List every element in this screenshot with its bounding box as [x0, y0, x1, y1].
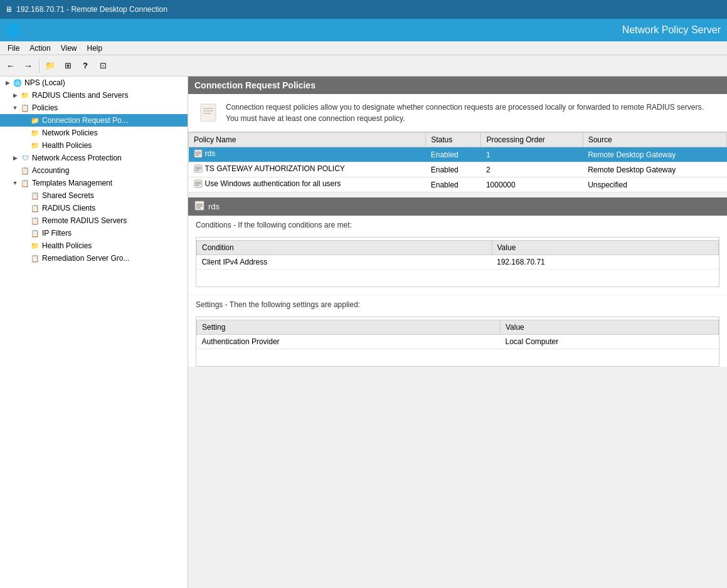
app-header: 🌐 Network Policy Server	[0, 19, 727, 41]
toolbar-grid[interactable]: ⊞	[60, 58, 76, 74]
title-bar: 🖥 192.168.70.71 - Remote Desktop Connect…	[0, 0, 727, 19]
detail-header-icon	[194, 201, 204, 213]
info-panel: Connection request policies allow you to…	[188, 94, 727, 132]
sidebar-item-network-policies[interactable]: 📁 Network Policies	[0, 127, 188, 139]
table-row[interactable]: Use Windows authentication for all users…	[189, 177, 727, 192]
conditions-label: Conditions - If the following conditions…	[188, 216, 727, 234]
detail-header: rds	[188, 197, 727, 216]
health-icon: 📁	[30, 241, 40, 251]
expand-icon: ▼	[10, 103, 20, 113]
expand-icon	[20, 128, 30, 138]
sidebar-item-templates[interactable]: ▼ 📋 Templates Management	[0, 177, 188, 189]
svg-rect-17	[196, 204, 203, 205]
table-row: Client IPv4 Address 192.168.70.71	[197, 255, 719, 270]
cond-col-value: Value	[492, 241, 719, 255]
app-header-icon: 🌐	[6, 23, 20, 37]
sidebar-item-remote-radius[interactable]: 📋 Remote RADIUS Servers	[0, 214, 188, 227]
toolbar-forward[interactable]: →	[20, 58, 36, 74]
sidebar-label-remediation: Remediation Server Gro...	[42, 254, 129, 263]
section-title: Connection Request Policies	[194, 80, 316, 90]
setting-name: Authentication Provider	[197, 335, 501, 349]
col-header-source: Source	[583, 133, 726, 147]
expand-icon	[10, 165, 20, 176]
menu-action[interactable]: Action	[24, 43, 55, 54]
info-icon	[198, 102, 218, 122]
svg-rect-18	[196, 206, 203, 207]
sidebar-item-nap[interactable]: ▶ 🛡 Network Access Protection	[0, 152, 188, 164]
main-layout: ▶ 🌐 NPS (Local) ▶ 📁 RADIUS Clients and S…	[0, 76, 727, 588]
policy-status: Enabled	[426, 147, 481, 162]
col-header-status: Status	[426, 133, 481, 147]
svg-rect-14	[195, 184, 201, 184]
content-area: Connection Request Policies Connection r…	[188, 76, 727, 588]
sidebar-item-policies[interactable]: ▼ 📋 Policies	[0, 102, 188, 114]
toolbar-view[interactable]: ⊡	[95, 58, 111, 74]
sidebar-label-connection: Connection Request Po...	[42, 116, 128, 125]
expand-icon: ▼	[10, 178, 20, 188]
policy-table: Policy Name Status Processing Order Sour…	[188, 132, 727, 192]
sidebar-item-ip-filters[interactable]: 📋 IP Filters	[0, 227, 188, 239]
sidebar-label-secrets: Shared Secrets	[42, 191, 94, 200]
toolbar: ← → 📁 ⊞ ? ⊡	[0, 55, 727, 76]
nps-icon: 🌐	[13, 78, 23, 88]
policy-name: TS GATEWAY AUTHORIZATION POLICY	[189, 162, 426, 177]
expand-icon	[20, 228, 30, 238]
sidebar-label-health-tmpl: Health Policies	[42, 241, 92, 250]
sidebar-label-radius: RADIUS Clients and Servers	[32, 91, 128, 100]
sidebar-item-radius-clients-tmpl[interactable]: 📋 RADIUS Clients	[0, 202, 188, 214]
sidebar-item-accounting[interactable]: 📋 Accounting	[0, 164, 188, 177]
toolbar-folder[interactable]: 📁	[42, 58, 58, 74]
folder-icon: 📁	[30, 128, 40, 138]
menu-help[interactable]: Help	[82, 43, 108, 54]
secrets-icon: 📋	[30, 191, 40, 201]
policy-source: Remote Desktop Gateway	[583, 162, 726, 177]
svg-rect-11	[195, 170, 199, 171]
detail-section: rds Conditions - If the following condit…	[188, 197, 727, 367]
title-bar-icon: 🖥	[5, 5, 13, 14]
expand-icon: ▶	[10, 153, 20, 163]
svg-rect-9	[195, 167, 201, 167]
policies-icon: 📋	[20, 103, 30, 113]
policy-name: rds	[189, 147, 426, 162]
expand-icon	[20, 241, 30, 251]
toolbar-back[interactable]: ←	[3, 58, 19, 74]
expand-icon	[20, 216, 30, 226]
table-row[interactable]: TS GATEWAY AUTHORIZATION POLICY Enabled …	[189, 162, 727, 177]
svg-rect-6	[195, 154, 201, 154]
app-header-title: Network Policy Server	[25, 24, 721, 36]
sidebar-item-health-policies[interactable]: 📁 Health Policies	[0, 139, 188, 152]
folder-icon: 📁	[30, 115, 40, 125]
svg-rect-2	[203, 110, 213, 112]
sidebar-label-nps: NPS (Local)	[24, 78, 65, 87]
sidebar-item-radius-clients[interactable]: ▶ 📁 RADIUS Clients and Servers	[0, 89, 188, 102]
expand-icon	[20, 191, 30, 201]
svg-rect-3	[203, 113, 211, 114]
toolbar-help[interactable]: ?	[77, 58, 93, 74]
sidebar-label-policies: Policies	[32, 103, 58, 112]
table-row[interactable]: rds Enabled 1 Remote Desktop Gateway	[189, 147, 727, 162]
set-col-setting: Setting	[197, 320, 501, 335]
policy-name: Use Windows authentication for all users	[189, 177, 426, 192]
sidebar-label-nap: Network Access Protection	[32, 154, 122, 162]
policy-status: Enabled	[426, 177, 481, 192]
svg-rect-10	[195, 169, 201, 169]
menu-file[interactable]: File	[3, 43, 24, 54]
sidebar-item-connection-request[interactable]: 📁 Connection Request Po...	[0, 114, 188, 127]
setting-value: Local Computer	[500, 335, 718, 349]
svg-rect-1	[203, 108, 213, 109]
menu-view[interactable]: View	[56, 43, 82, 54]
sidebar-item-shared-secrets[interactable]: 📋 Shared Secrets	[0, 189, 188, 202]
settings-table: Setting Value Authentication Provider Lo…	[196, 320, 719, 349]
sidebar-label-ip: IP Filters	[42, 229, 72, 238]
detail-title: rds	[208, 202, 220, 211]
sidebar-item-nps-local[interactable]: ▶ 🌐 NPS (Local)	[0, 76, 188, 89]
remediation-icon: 📋	[30, 253, 40, 263]
settings-label: Settings - Then the following settings a…	[188, 295, 727, 314]
sidebar-item-health-tmpl[interactable]: 📁 Health Policies	[0, 239, 188, 252]
table-row: Authentication Provider Local Computer	[197, 335, 719, 349]
sidebar-label-health-pol: Health Policies	[42, 141, 92, 150]
sidebar-label-radius-tmpl: RADIUS Clients	[42, 204, 95, 213]
expand-icon: ▶	[3, 78, 13, 88]
sidebar-item-remediation[interactable]: 📋 Remediation Server Gro...	[0, 252, 188, 265]
folder-icon: 📁	[20, 90, 30, 100]
